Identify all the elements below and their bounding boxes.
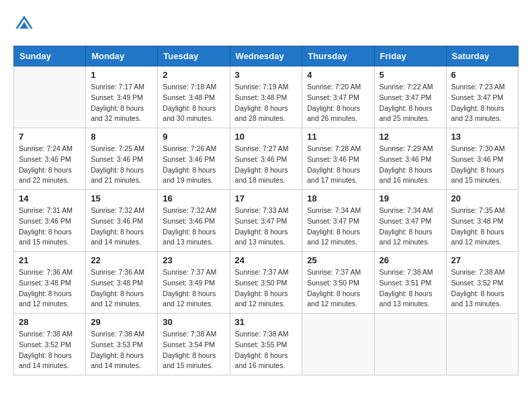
day-info: Sunrise: 7:22 AMSunset: 3:47 PMDaylight:… (380, 82, 441, 124)
calendar-week-1: 7Sunrise: 7:24 AMSunset: 3:46 PMDaylight… (14, 128, 519, 190)
day-number: 6 (451, 70, 513, 80)
daylight-text: Daylight: 8 hoursand 26 minutes. (307, 103, 369, 125)
calendar-cell: 20Sunrise: 7:35 AMSunset: 3:48 PMDayligh… (446, 190, 518, 252)
day-info: Sunrise: 7:33 AMSunset: 3:47 PMDaylight:… (235, 205, 298, 248)
sunset-text: Sunset: 3:46 PM (19, 216, 81, 227)
day-info: Sunrise: 7:38 AMSunset: 3:51 PMDaylight:… (380, 267, 441, 310)
calendar-cell: 13Sunrise: 7:30 AMSunset: 3:46 PMDayligh… (446, 128, 518, 190)
calendar-cell: 31Sunrise: 7:38 AMSunset: 3:55 PMDayligh… (230, 314, 302, 375)
day-number: 26 (380, 255, 441, 265)
calendar-cell (374, 314, 446, 375)
calendar-cell: 27Sunrise: 7:38 AMSunset: 3:52 PMDayligh… (446, 252, 518, 314)
day-number: 1 (91, 70, 152, 80)
sunset-text: Sunset: 3:48 PM (235, 93, 298, 103)
day-info: Sunrise: 7:18 AMSunset: 3:48 PMDaylight:… (163, 82, 224, 124)
calendar-cell: 2Sunrise: 7:18 AMSunset: 3:48 PMDaylight… (158, 66, 230, 128)
calendar-cell: 10Sunrise: 7:27 AMSunset: 3:46 PMDayligh… (230, 128, 302, 190)
calendar-header-wednesday: Wednesday (230, 46, 302, 66)
page-header (13, 13, 519, 35)
sunrise-text: Sunrise: 7:34 AM (380, 205, 441, 216)
sunrise-text: Sunrise: 7:18 AM (163, 82, 224, 93)
calendar-cell: 29Sunrise: 7:38 AMSunset: 3:53 PMDayligh… (86, 314, 158, 375)
calendar-cell: 28Sunrise: 7:38 AMSunset: 3:52 PMDayligh… (14, 314, 86, 375)
day-number: 11 (307, 132, 369, 142)
sunset-text: Sunset: 3:47 PM (235, 216, 298, 227)
day-number: 4 (307, 70, 369, 80)
sunset-text: Sunset: 3:48 PM (91, 278, 152, 289)
day-info: Sunrise: 7:38 AMSunset: 3:54 PMDaylight:… (163, 329, 224, 371)
calendar-week-4: 28Sunrise: 7:38 AMSunset: 3:52 PMDayligh… (14, 314, 519, 375)
calendar-cell: 8Sunrise: 7:25 AMSunset: 3:46 PMDaylight… (86, 128, 158, 190)
day-info: Sunrise: 7:34 AMSunset: 3:47 PMDaylight:… (307, 205, 369, 248)
sunrise-text: Sunrise: 7:38 AM (19, 329, 81, 340)
day-number: 2 (163, 70, 224, 80)
calendar-cell: 7Sunrise: 7:24 AMSunset: 3:46 PMDaylight… (14, 128, 86, 190)
calendar-header-saturday: Saturday (446, 46, 518, 66)
daylight-text: Daylight: 8 hoursand 12 minutes. (163, 289, 224, 310)
calendar-cell (14, 66, 86, 128)
sunrise-text: Sunrise: 7:25 AM (91, 144, 152, 154)
calendar-cell: 15Sunrise: 7:32 AMSunset: 3:46 PMDayligh… (86, 190, 158, 252)
sunset-text: Sunset: 3:47 PM (380, 93, 441, 103)
calendar-cell: 23Sunrise: 7:37 AMSunset: 3:49 PMDayligh… (158, 252, 230, 314)
sunset-text: Sunset: 3:48 PM (451, 216, 513, 227)
calendar-cell: 24Sunrise: 7:37 AMSunset: 3:50 PMDayligh… (230, 252, 302, 314)
daylight-text: Daylight: 8 hoursand 12 minutes. (307, 289, 369, 310)
daylight-text: Daylight: 8 hoursand 30 minutes. (163, 103, 224, 125)
day-info: Sunrise: 7:30 AMSunset: 3:46 PMDaylight:… (451, 144, 513, 186)
daylight-text: Daylight: 8 hoursand 14 minutes. (91, 351, 152, 372)
day-info: Sunrise: 7:38 AMSunset: 3:52 PMDaylight:… (19, 329, 81, 371)
day-info: Sunrise: 7:34 AMSunset: 3:47 PMDaylight:… (380, 205, 441, 248)
sunrise-text: Sunrise: 7:38 AM (451, 267, 513, 278)
calendar-cell: 12Sunrise: 7:29 AMSunset: 3:46 PMDayligh… (374, 128, 446, 190)
day-number: 27 (451, 255, 513, 265)
daylight-text: Daylight: 8 hoursand 16 minutes. (235, 351, 298, 372)
sunrise-text: Sunrise: 7:29 AM (380, 144, 441, 154)
day-info: Sunrise: 7:28 AMSunset: 3:46 PMDaylight:… (307, 144, 369, 186)
sunrise-text: Sunrise: 7:32 AM (163, 205, 224, 216)
day-info: Sunrise: 7:38 AMSunset: 3:52 PMDaylight:… (451, 267, 513, 310)
sunset-text: Sunset: 3:48 PM (163, 93, 224, 103)
calendar-cell: 21Sunrise: 7:36 AMSunset: 3:48 PMDayligh… (14, 252, 86, 314)
day-info: Sunrise: 7:17 AMSunset: 3:49 PMDaylight:… (91, 82, 152, 124)
day-number: 5 (380, 70, 441, 80)
calendar-cell: 30Sunrise: 7:38 AMSunset: 3:54 PMDayligh… (158, 314, 230, 375)
sunrise-text: Sunrise: 7:22 AM (380, 82, 441, 93)
sunrise-text: Sunrise: 7:37 AM (235, 267, 298, 278)
calendar-header-sunday: Sunday (14, 46, 86, 66)
day-number: 24 (235, 255, 298, 265)
calendar-header-row: SundayMondayTuesdayWednesdayThursdayFrid… (14, 46, 519, 66)
calendar-cell: 4Sunrise: 7:20 AMSunset: 3:47 PMDaylight… (302, 66, 374, 128)
day-info: Sunrise: 7:20 AMSunset: 3:47 PMDaylight:… (307, 82, 369, 124)
sunset-text: Sunset: 3:53 PM (91, 340, 152, 351)
daylight-text: Daylight: 8 hoursand 12 minutes. (307, 227, 369, 248)
day-info: Sunrise: 7:31 AMSunset: 3:46 PMDaylight:… (19, 205, 81, 248)
day-number: 30 (163, 317, 224, 327)
daylight-text: Daylight: 8 hoursand 23 minutes. (451, 103, 513, 125)
sunset-text: Sunset: 3:52 PM (451, 278, 513, 289)
day-info: Sunrise: 7:37 AMSunset: 3:50 PMDaylight:… (307, 267, 369, 310)
daylight-text: Daylight: 8 hoursand 14 minutes. (91, 227, 152, 248)
calendar-table: SundayMondayTuesdayWednesdayThursdayFrid… (13, 46, 519, 375)
daylight-text: Daylight: 8 hoursand 32 minutes. (91, 103, 152, 125)
day-number: 25 (307, 255, 369, 265)
calendar-cell: 14Sunrise: 7:31 AMSunset: 3:46 PMDayligh… (14, 190, 86, 252)
daylight-text: Daylight: 8 hoursand 21 minutes. (91, 165, 152, 187)
day-info: Sunrise: 7:36 AMSunset: 3:48 PMDaylight:… (91, 267, 152, 310)
day-info: Sunrise: 7:35 AMSunset: 3:48 PMDaylight:… (451, 205, 513, 248)
daylight-text: Daylight: 8 hoursand 12 minutes. (91, 289, 152, 310)
sunrise-text: Sunrise: 7:28 AM (307, 144, 369, 154)
daylight-text: Daylight: 8 hoursand 12 minutes. (19, 289, 81, 310)
day-number: 14 (19, 193, 81, 203)
sunrise-text: Sunrise: 7:26 AM (163, 144, 224, 154)
daylight-text: Daylight: 8 hoursand 13 minutes. (235, 227, 298, 248)
daylight-text: Daylight: 8 hoursand 12 minutes. (451, 227, 513, 248)
day-number: 8 (91, 132, 152, 142)
day-number: 22 (91, 255, 152, 265)
day-number: 17 (235, 193, 298, 203)
daylight-text: Daylight: 8 hoursand 12 minutes. (235, 289, 298, 310)
calendar-cell (446, 314, 518, 375)
sunrise-text: Sunrise: 7:19 AM (235, 82, 298, 93)
day-info: Sunrise: 7:25 AMSunset: 3:46 PMDaylight:… (91, 144, 152, 186)
sunset-text: Sunset: 3:51 PM (380, 278, 441, 289)
